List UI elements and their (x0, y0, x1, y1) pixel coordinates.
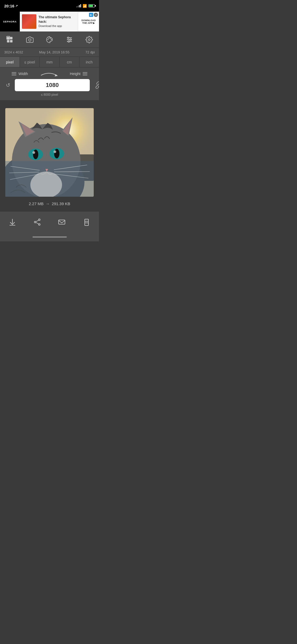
location-icon: ↗ (15, 4, 18, 8)
wifi-icon: 📶 (83, 4, 87, 8)
svg-point-46 (39, 219, 40, 220)
svg-point-32 (33, 150, 38, 159)
bottom-actions (0, 211, 99, 232)
home-indicator (0, 232, 99, 241)
svg-point-34 (32, 151, 35, 154)
width-label: Width (18, 72, 28, 76)
result-size: 291.39 KB (52, 201, 70, 206)
svg-point-48 (34, 221, 36, 223)
svg-point-6 (47, 39, 48, 40)
tab-cm[interactable]: cm (60, 57, 79, 67)
svg-point-16 (88, 39, 90, 40)
camera-button[interactable] (23, 33, 36, 46)
height-label: Height (70, 72, 81, 76)
resize-labels: Width Height (3, 70, 96, 77)
ad-tagline: The ultimate Sephora hack: (39, 15, 76, 24)
link-dimensions-button[interactable] (92, 79, 99, 91)
svg-rect-53 (85, 219, 88, 221)
resize-inputs: ↺ ↻ (3, 79, 96, 91)
print-button[interactable] (79, 214, 95, 230)
resize-limit-text: ≤ 8000 pixel (3, 93, 96, 96)
svg-point-15 (68, 41, 69, 42)
image-dimensions: 3024 x 4032 (4, 50, 23, 54)
time-label: 20:16 (4, 4, 14, 8)
swap-arrow[interactable] (28, 70, 70, 77)
width-undo-button[interactable]: ↺ (3, 80, 13, 90)
settings-icon (86, 36, 93, 43)
svg-rect-51 (59, 220, 65, 224)
status-time: 20:16 ↗ (4, 4, 18, 8)
main-toolbar (0, 31, 99, 48)
link-icon (94, 81, 99, 89)
svg-point-33 (54, 149, 59, 158)
ad-image (22, 14, 36, 29)
unit-tabs: pixel ≤ pixel mm cm inch (0, 57, 99, 67)
svg-rect-1 (10, 37, 12, 39)
home-bar (32, 236, 67, 238)
width-menu-button[interactable] (12, 72, 16, 75)
file-size-info: 2.27 MB → 291.39 KB (29, 201, 70, 206)
preview-image (5, 108, 94, 197)
signal-icon (76, 4, 81, 7)
arrow-icon: → (46, 201, 50, 206)
gallery-icon (6, 36, 14, 43)
tab-inch[interactable]: inch (79, 57, 99, 67)
gallery-button[interactable] (3, 33, 17, 46)
svg-line-50 (36, 220, 39, 222)
height-menu-button[interactable] (83, 72, 87, 75)
sliders-icon (66, 36, 73, 43)
svg-point-54 (88, 223, 89, 224)
svg-point-13 (67, 37, 69, 39)
original-size: 2.27 MB (29, 201, 44, 206)
ad-subtitle: Download the app (39, 24, 76, 28)
svg-point-9 (51, 39, 52, 40)
svg-point-35 (54, 150, 56, 153)
svg-rect-52 (85, 223, 88, 226)
svg-point-7 (48, 38, 49, 39)
image-dpi: 72 dpi (86, 50, 95, 54)
share-icon (33, 218, 41, 226)
svg-point-14 (70, 39, 71, 40)
status-bar: 20:16 ↗ 📶 (0, 0, 99, 12)
palette-button[interactable] (43, 33, 56, 46)
tab-pixel[interactable]: pixel (0, 57, 20, 67)
svg-rect-0 (7, 37, 9, 39)
width-input[interactable] (15, 79, 90, 91)
svg-point-47 (39, 224, 40, 225)
ad-play-icon[interactable]: ▶ (89, 13, 93, 17)
image-date: May 14, 2019 16:55 (39, 50, 69, 54)
settings-button[interactable] (83, 33, 96, 46)
svg-rect-3 (10, 40, 12, 42)
resize-controls: Width Height ↺ ↻ ≤ 8000 pix (0, 67, 99, 100)
print-icon (83, 218, 91, 226)
camera-icon (26, 36, 34, 43)
mail-icon (58, 218, 66, 226)
svg-point-5 (29, 39, 31, 41)
tab-mm[interactable]: mm (40, 57, 59, 67)
image-preview-area: 2.27 MB → 291.39 KB (0, 100, 99, 211)
tab-le-pixel[interactable]: ≤ pixel (20, 57, 40, 67)
cat-image-svg (5, 108, 94, 197)
battery-icon (88, 4, 95, 7)
swap-icon (38, 70, 59, 77)
mail-button[interactable] (54, 214, 70, 230)
ad-close-button[interactable]: ✕ (94, 13, 98, 17)
ad-banner[interactable]: SEPHORA The ultimate Sephora hack: Downl… (0, 12, 99, 31)
sliders-button[interactable] (63, 33, 76, 46)
svg-rect-2 (7, 40, 9, 42)
ad-logo: SEPHORA (0, 12, 20, 31)
ad-content: The ultimate Sephora hack: Download the … (20, 12, 78, 31)
share-button[interactable] (29, 214, 45, 230)
svg-point-8 (50, 38, 51, 39)
download-icon (8, 218, 16, 226)
palette-icon (46, 36, 53, 43)
svg-line-49 (36, 222, 39, 224)
download-button[interactable] (4, 214, 20, 230)
status-icons: 📶 (76, 4, 95, 8)
image-info-bar: 3024 x 4032 May 14, 2019 16:55 72 dpi (0, 48, 99, 57)
